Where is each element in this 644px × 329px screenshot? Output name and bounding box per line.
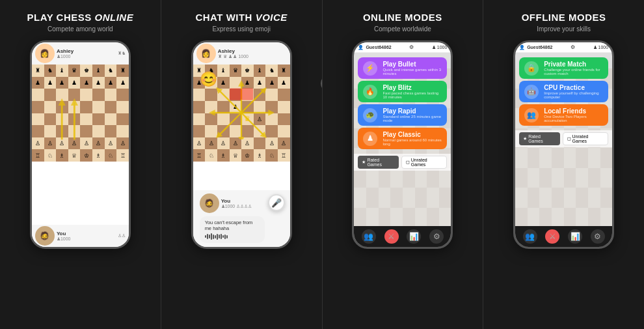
voice-wave: [205, 233, 260, 240]
nav-friends-3[interactable]: 👥: [362, 229, 376, 244]
opponent-avatar-1: 👩: [35, 44, 55, 63]
bullet-icon: ⚡: [363, 61, 377, 76]
friends-icon: 👥: [524, 108, 539, 122]
nav-settings-4[interactable]: ⚙: [591, 229, 605, 244]
nav-bar-4: 👥 ⚔ 📊 ⚙: [515, 226, 612, 247]
rated-tab-3[interactable]: ★ Rated Games: [358, 156, 398, 169]
phone-topbar-3: 👤 Guest64862 ⚙ ♟ 1000: [354, 42, 451, 53]
rated-tab-4[interactable]: ★ Rated Games: [519, 132, 559, 145]
modes-list-4: 🔒 Private Match Challenge your online fr…: [515, 53, 612, 130]
mode-bullet[interactable]: ⚡ Play Bullet Quick and intense games wi…: [358, 57, 447, 79]
panel-offline-modes: OFFLINE MODES Improve your skills 👤 Gues…: [483, 0, 644, 329]
mode-friends[interactable]: 👥 Local Friends One Device Two Players a…: [519, 104, 608, 126]
nav-bar-3: 👥 ⚔ 📊 ⚙: [354, 226, 451, 247]
rating-3: ♟ 1000: [432, 45, 448, 50]
nav-stats-3[interactable]: 📊: [407, 229, 421, 244]
unrated-tab-3[interactable]: ◻ Unrated Games: [401, 156, 448, 169]
modes-list-3: ⚡ Play Bullet Quick and intense games wi…: [354, 53, 451, 154]
mode-cpu[interactable]: 🤖 CPU Practice Improve yourself by chall…: [519, 81, 608, 102]
unrated-tab-4[interactable]: ◻ Unrated Games: [563, 132, 609, 145]
panel-3-title: ONLINE MODES: [363, 12, 442, 23]
emoji-overlay: 😊: [200, 71, 217, 88]
opponent-pieces-1: ♟1000: [57, 54, 74, 59]
panel-2-subtitle: Express using emoji: [212, 25, 270, 33]
rating-4: ♟ 1000: [593, 45, 609, 50]
phone-4: 👤 Guest64862 ⚙ ♟ 1000 🔒 Private Match Ch…: [513, 40, 614, 249]
panel-2-title: CHAT WITH VOICE: [195, 12, 287, 23]
chess-board-1: ♜♞♝♛♚♝♞♜♟♟♟♟♟♟♟♟♙♙♙♙♙♙♙♙♖♘♗♕♔♗♘♖: [32, 64, 129, 225]
panel-4-subtitle: Improve your skills: [537, 25, 591, 33]
panel-online-modes: ONLINE MODES Compete worldwide 👤 Guest64…: [323, 0, 484, 329]
rating-tabs-3: ★ Rated Games ◻ Unrated Games: [354, 154, 451, 171]
phone-1: 👩 Ashley ♟1000 ♜♞ ♜♞♝♛♚♝♞♜♟♟♟♟♟♟♟♟♙♙♙♙♙♙…: [30, 40, 131, 249]
phone-3: 👤 Guest64862 ⚙ ♟ 1000 ⚡ Play Bullet Quic…: [352, 40, 453, 249]
mode-private[interactable]: 🔒 Private Match Challenge your online fr…: [519, 57, 608, 79]
panel-1-title: PLAY CHESS ONLINE: [27, 12, 134, 23]
panel-3-subtitle: Compete worldwide: [374, 25, 431, 33]
blitz-icon: 🔥: [363, 85, 377, 99]
opponent-avatar-2: 👩: [196, 44, 216, 63]
captured-pieces-top: ♜♞: [118, 51, 126, 56]
panel-4-title: OFFLINE MODES: [522, 12, 606, 23]
phone-topbar-4: 👤 Guest64862 ⚙ ♟ 1000: [515, 42, 612, 53]
player-name-2: You: [221, 198, 252, 204]
rapid-icon: 🐢: [363, 108, 377, 122]
player-name-1: You: [57, 231, 71, 236]
phone-2: 👩 Ashley ♜ ♛ ♟ ♟ 1000 ♜♞♝♛♚♝♞♜♟♟♟♟♟♟♟♟♛♙…: [191, 40, 292, 249]
mic-button[interactable]: 🎤: [268, 194, 285, 211]
opponent-name-1: Ashley: [57, 48, 74, 54]
rating-tabs-4: ★ Rated Games ◻ Unrated Games: [515, 130, 612, 147]
panel-chat-voice: CHAT WITH VOICE Express using emoji 👩 As…: [161, 0, 323, 329]
opponent-name-2: Ashley: [218, 48, 248, 54]
private-icon: 🔒: [524, 61, 539, 76]
nav-friends-4[interactable]: 👥: [523, 229, 537, 244]
chess-board-2: ♜♞♝♛♚♝♞♜♟♟♟♟♟♟♟♟♛♙♙♙♙♙♙♙♙♖♘♗♕♔♗♘♖: [193, 64, 290, 190]
username-4: Guest64862: [527, 45, 552, 50]
cpu-icon: 🤖: [524, 85, 539, 99]
player-avatar-2: 🧔: [200, 193, 219, 213]
opponent-row-1: 👩 Ashley ♟1000 ♜♞: [32, 42, 129, 64]
username-3: Guest64862: [366, 45, 391, 50]
nav-stats-4[interactable]: 📊: [568, 229, 582, 244]
opponent-row-2: 👩 Ashley ♜ ♛ ♟ ♟ 1000: [193, 42, 290, 64]
nav-battle-4[interactable]: ⚔: [545, 229, 559, 244]
panel-1-subtitle: Compete among world: [47, 25, 113, 33]
mode-classic[interactable]: ♟ Play Classic Normal games around 60 mi…: [358, 128, 447, 149]
nav-battle-3[interactable]: ⚔: [384, 229, 399, 244]
nav-settings-3[interactable]: ⚙: [429, 229, 444, 244]
player-pieces-1: ♟1000: [57, 236, 71, 242]
panel-play-chess: PLAY CHESS ONLINE Compete among world 👩 …: [0, 0, 161, 329]
classic-icon: ♟: [363, 132, 377, 146]
chat-text: You can't escape from me hahaha: [205, 220, 260, 231]
mode-blitz[interactable]: 🔥 Play Blitz Fast paced chess games last…: [358, 81, 447, 102]
player-row-1: 🧔 You ♟1000 ♙♙: [32, 225, 129, 247]
mode-rapid[interactable]: 🐢 Play Rapid Standard online 25 minutes …: [358, 104, 447, 126]
chat-bubble: You can't escape from me hahaha: [200, 216, 265, 243]
player-avatar-1: 🧔: [35, 226, 55, 246]
